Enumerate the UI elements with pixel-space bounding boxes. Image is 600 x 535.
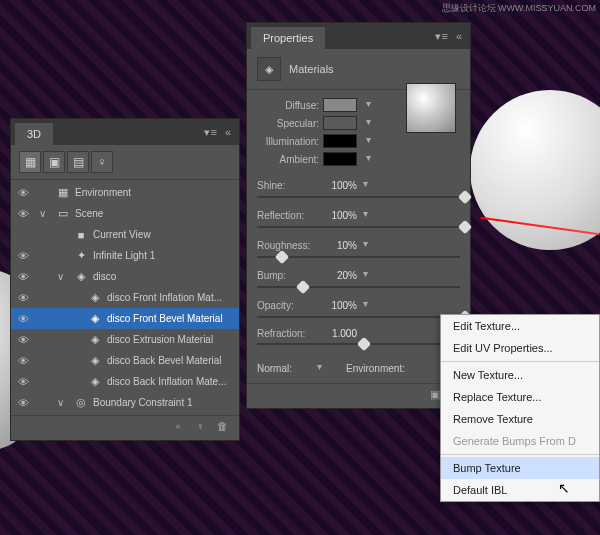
slider-thumb[interactable] — [458, 190, 472, 204]
slider-thumb[interactable] — [356, 337, 370, 351]
context-menu-item[interactable]: Edit UV Properties... — [441, 337, 599, 359]
panel-menu-icon[interactable]: ▾≡ — [200, 126, 220, 139]
tree-item-label: disco Front Inflation Mat... — [107, 292, 235, 303]
slider-value[interactable]: 100% — [319, 210, 357, 221]
slider-row: Opacity:100%▾ — [257, 298, 460, 312]
tree-item-label: Infinite Light 1 — [93, 250, 235, 261]
context-menu-item[interactable]: New Texture... — [441, 364, 599, 386]
tree-item-label: Scene — [75, 208, 235, 219]
materials-icon[interactable]: ◈ — [257, 57, 281, 81]
visibility-eye-icon[interactable]: 👁 — [15, 355, 31, 367]
slider-track[interactable] — [257, 316, 460, 318]
slider-thumb[interactable] — [458, 220, 472, 234]
tree-item-label: Current View — [93, 229, 235, 240]
texture-picker-icon[interactable]: ▾ — [363, 298, 377, 312]
slider-value[interactable]: 100% — [319, 180, 357, 191]
visibility-eye-icon[interactable]: 👁 — [15, 334, 31, 346]
filter-mesh-icon[interactable]: ▣ — [43, 151, 65, 173]
slider-value[interactable]: 100% — [319, 300, 357, 311]
folder-icon[interactable]: ▾ — [312, 361, 326, 375]
visibility-eye-icon[interactable]: 👁 — [15, 376, 31, 388]
tree-row[interactable]: 👁◈disco Back Bevel Material — [11, 350, 239, 371]
tree-item-label: Environment — [75, 187, 235, 198]
color-swatch[interactable] — [323, 116, 357, 130]
tree-item-label: Boundary Constraint 1 — [93, 397, 235, 408]
texture-picker-icon[interactable]: ▾ — [363, 178, 377, 192]
slider-track[interactable] — [257, 226, 460, 228]
color-swatch[interactable] — [323, 134, 357, 148]
visibility-eye-icon[interactable]: 👁 — [15, 187, 31, 199]
tree-row[interactable]: 👁◈disco Front Inflation Mat... — [11, 287, 239, 308]
slider-track[interactable] — [257, 286, 460, 288]
context-menu-item[interactable]: Edit Texture... — [441, 315, 599, 337]
context-menu-item[interactable]: Remove Texture — [441, 408, 599, 430]
tree-item-icon: ◎ — [73, 396, 89, 409]
texture-picker-icon[interactable]: ▾ — [361, 134, 375, 148]
context-menu-item[interactable]: Default IBL — [441, 479, 599, 501]
slider-track[interactable] — [257, 196, 460, 198]
panel-properties-tabbar: Properties ▾≡ « — [247, 23, 470, 49]
color-row: Illumination:▾ — [257, 134, 460, 148]
context-menu-item[interactable]: Replace Texture... — [441, 386, 599, 408]
tree-item-icon: ■ — [73, 229, 89, 241]
expand-toggle-icon[interactable]: ∨ — [39, 208, 51, 219]
texture-picker-icon[interactable]: ▾ — [361, 116, 375, 130]
filter-all-icon[interactable]: ▦ — [19, 151, 41, 173]
color-label: Illumination: — [257, 136, 319, 147]
slider-track[interactable] — [257, 343, 460, 345]
panel-menu-icon[interactable]: ▾≡ — [431, 30, 451, 43]
visibility-eye-icon[interactable]: 👁 — [15, 250, 31, 262]
tab-3d[interactable]: 3D — [15, 123, 53, 145]
filter-light-icon[interactable]: ♀ — [91, 151, 113, 173]
slider-row: Bump:20%▾ — [257, 268, 460, 282]
slider-track[interactable] — [257, 256, 460, 258]
visibility-eye-icon[interactable]: 👁 — [15, 313, 31, 325]
texture-picker-icon[interactable]: ▾ — [361, 152, 375, 166]
tree-item-label: disco Extrusion Material — [107, 334, 235, 345]
slider-thumb[interactable] — [296, 280, 310, 294]
filter-material-icon[interactable]: ▤ — [67, 151, 89, 173]
tree-item-icon: ◈ — [87, 291, 103, 304]
texture-picker-icon[interactable]: ▾ — [363, 208, 377, 222]
texture-picker-icon[interactable]: ▾ — [363, 238, 377, 252]
tree-row[interactable]: 👁◈disco Extrusion Material — [11, 329, 239, 350]
context-menu-item[interactable]: Bump Texture — [441, 457, 599, 479]
tree-item-label: disco Front Bevel Material — [107, 313, 235, 324]
delete-icon[interactable]: 🗑 — [213, 420, 231, 436]
tree-row[interactable]: 👁◈disco Front Bevel Material — [11, 308, 239, 329]
slider-value[interactable]: 20% — [319, 270, 357, 281]
visibility-eye-icon[interactable]: 👁 — [15, 271, 31, 283]
texture-picker-icon[interactable]: ▾ — [363, 268, 377, 282]
tree-row[interactable]: 👁∨▭Scene — [11, 203, 239, 224]
panel-properties-footer: ▣ 🗑 — [247, 383, 470, 408]
visibility-eye-icon[interactable]: 👁 — [15, 397, 31, 409]
tree-row[interactable]: ■Current View — [11, 224, 239, 245]
slider-value[interactable]: 1.000 — [319, 328, 357, 339]
new-light-icon[interactable]: ♀ — [191, 420, 209, 436]
panel-collapse-icon[interactable]: « — [221, 126, 235, 138]
slider-label: Opacity: — [257, 300, 313, 311]
slider-value[interactable]: 10% — [319, 240, 357, 251]
tab-properties[interactable]: Properties — [251, 27, 325, 49]
tree-row[interactable]: 👁▦Environment — [11, 182, 239, 203]
tree-row[interactable]: 👁∨◎Boundary Constraint 1 — [11, 392, 239, 413]
color-swatch[interactable] — [323, 98, 357, 112]
visibility-eye-icon[interactable]: 👁 — [15, 292, 31, 304]
color-label: Specular: — [257, 118, 319, 129]
tree-row[interactable]: 👁◈disco Back Inflation Mate... — [11, 371, 239, 392]
expand-toggle-icon[interactable]: ∨ — [57, 397, 69, 408]
texture-picker-icon[interactable]: ▾ — [361, 98, 375, 112]
slider-label: Shine: — [257, 180, 313, 191]
material-preview-thumb[interactable] — [406, 83, 456, 133]
expand-toggle-icon[interactable]: ∨ — [57, 271, 69, 282]
tree-item-icon: ◈ — [87, 312, 103, 325]
filter-toolbar: ▦ ▣ ▤ ♀ — [11, 145, 239, 180]
visibility-eye-icon[interactable]: 👁 — [15, 208, 31, 220]
color-swatch[interactable] — [323, 152, 357, 166]
tree-row[interactable]: 👁✦Infinite Light 1 — [11, 245, 239, 266]
slider-thumb[interactable] — [275, 250, 289, 264]
render-icon[interactable]: ▫ — [169, 420, 187, 436]
tree-row[interactable]: 👁∨◈disco — [11, 266, 239, 287]
color-label: Ambient: — [257, 154, 319, 165]
panel-collapse-icon[interactable]: « — [452, 30, 466, 42]
